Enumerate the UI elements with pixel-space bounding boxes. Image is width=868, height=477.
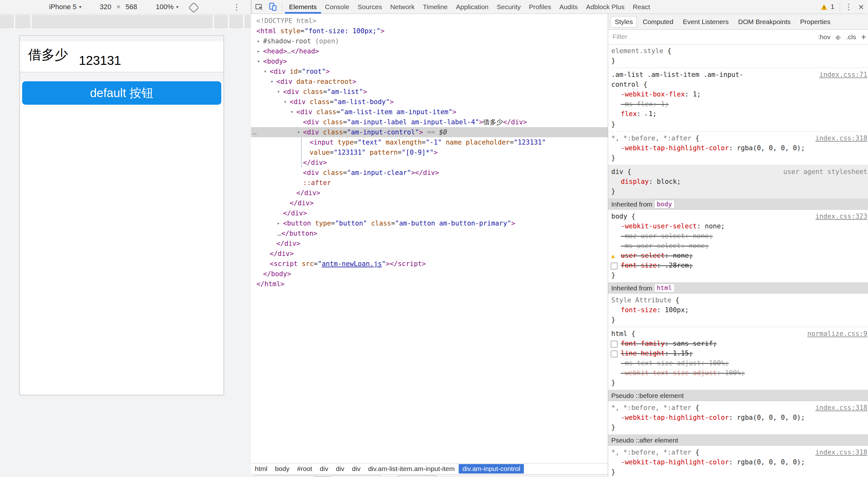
dom-tree-line[interactable]: ▸<head>…</head> — [251, 46, 608, 56]
expanded-arrow-icon[interactable]: ▾ — [284, 97, 287, 107]
media-query-segment[interactable] — [15, 15, 30, 29]
device-select[interactable]: iPhone 5 ▾ — [49, 0, 81, 14]
collapsed-arrow-icon[interactable]: ▸ — [257, 46, 260, 56]
media-query-segment[interactable] — [244, 15, 251, 29]
dom-tree-line[interactable]: </div> — [251, 188, 608, 198]
css-property[interactable]: -moz-user-select: none; — [608, 231, 868, 241]
dom-tree-line[interactable]: <input type="text" maxlength="-1" name p… — [251, 137, 608, 147]
breadcrumb-item[interactable]: div.am-list-item.am-input-item — [364, 464, 459, 474]
breadcrumb-item[interactable]: div — [316, 464, 332, 474]
dom-tree-line[interactable]: </body> — [251, 269, 608, 279]
default-submit-button[interactable]: default 按钮 — [22, 81, 221, 105]
expanded-arrow-icon[interactable]: ▾ — [270, 76, 274, 87]
expand-value-icon[interactable]: ▸ — [645, 112, 648, 117]
breadcrumb-item[interactable]: body — [271, 464, 293, 474]
tab-react[interactable]: React — [629, 0, 654, 13]
loan-amount-input[interactable] — [79, 54, 199, 68]
expanded-arrow-icon[interactable]: ▾ — [297, 127, 300, 137]
css-property[interactable]: -webkit-tap-highlight-color: rgba(0, 0, … — [608, 143, 868, 153]
tab-application[interactable]: Application — [452, 0, 493, 13]
dom-tree-line[interactable]: ▾<div class="am-list-item am-input-item"… — [251, 107, 608, 117]
stylesheet-link[interactable]: index.css:71 — [819, 70, 867, 80]
dom-tree-line[interactable]: ▾<div class="am-list-body"> — [251, 97, 608, 107]
toggle-device-toolbar-icon[interactable] — [268, 2, 278, 12]
close-devtools-icon[interactable]: × — [858, 2, 864, 12]
dom-tree-line[interactable]: ▾<div id="root"> — [251, 66, 608, 76]
css-property[interactable]: -ms-text-size-adjust: 100%; — [608, 359, 868, 368]
dom-tree-line[interactable]: ▾<body> — [251, 56, 608, 66]
property-checkbox[interactable] — [611, 341, 618, 348]
css-property[interactable]: display: block; — [608, 177, 868, 186]
device-menu-button[interactable]: ⋮ — [233, 0, 241, 14]
styles-filter-input[interactable] — [612, 33, 714, 41]
collapsed-arrow-icon[interactable]: ▸ — [257, 36, 260, 46]
warning-icon[interactable] — [820, 4, 828, 10]
property-checkbox[interactable] — [611, 263, 618, 270]
sidebar-tab-properties[interactable]: Properties — [797, 16, 834, 27]
dom-tree-line[interactable]: ::after — [251, 178, 608, 188]
dom-tree-line[interactable]: <html style="font-size: 100px;"> — [251, 26, 608, 36]
css-property[interactable]: flex: ▸1; — [608, 109, 868, 120]
media-query-segment[interactable] — [32, 15, 213, 29]
new-style-rule-button[interactable]: + — [861, 32, 866, 42]
sidebar-tab-dom-breakpoints[interactable]: DOM Breakpoints — [735, 16, 795, 27]
viewport-dimensions[interactable]: 320 × 568 — [100, 0, 137, 14]
tab-sources[interactable]: Sources — [353, 0, 386, 13]
dom-tree-line[interactable]: </div> — [251, 208, 608, 218]
dom-tree-line[interactable]: </html> — [251, 279, 608, 289]
breadcrumb-item[interactable]: div.am-input-control — [459, 464, 524, 474]
media-query-segment[interactable] — [0, 15, 14, 29]
zoom-select[interactable]: 100% ▾ — [156, 0, 179, 14]
tab-adblock-plus[interactable]: Adblock Plus — [582, 0, 628, 13]
tab-security[interactable]: Security — [493, 0, 525, 13]
dom-tree-line[interactable]: ▸#shadow-root (open) — [251, 36, 608, 46]
css-property[interactable]: -webkit-text-size-adjust: 100%; — [608, 368, 868, 378]
inspect-element-icon[interactable] — [254, 2, 265, 12]
css-property[interactable]: -ms-flex: 1; — [608, 99, 868, 109]
stylesheet-link[interactable]: index.css:318 — [815, 403, 867, 413]
toggle-class-button[interactable]: .cls — [846, 33, 856, 41]
toggle-hover-state-button[interactable]: :hov — [818, 33, 831, 41]
expanded-arrow-icon[interactable]: ▾ — [277, 87, 280, 97]
css-property[interactable]: -webkit-user-select: none; — [608, 222, 868, 231]
dom-tree-line[interactable]: value="123131" pattern="[0-9]*"> — [251, 147, 608, 158]
tab-audits[interactable]: Audits — [555, 0, 582, 13]
dom-tree-line[interactable]: <script src="antm-newLoan.js"></script> — [251, 259, 608, 269]
dom-tree-line[interactable]: <!DOCTYPE html> — [251, 16, 608, 26]
tab-network[interactable]: Network — [386, 0, 419, 13]
collapsed-arrow-icon[interactable]: ▸ — [277, 218, 280, 228]
css-property[interactable]: -webkit-box-flex: 1; — [608, 90, 868, 99]
node-chip[interactable]: html — [654, 284, 675, 292]
dom-tree-line[interactable]: …</button> — [251, 228, 608, 238]
tab-elements[interactable]: Elements — [285, 0, 321, 13]
breadcrumb-item[interactable]: div — [332, 464, 348, 474]
css-property[interactable]: ▲user-select: none; — [608, 251, 868, 261]
tab-console[interactable]: Console — [321, 0, 353, 13]
rotate-device-icon[interactable] — [188, 2, 199, 13]
css-property[interactable]: font-size: 100px; — [608, 305, 868, 315]
css-property[interactable]: font-family: sans-serif; — [608, 339, 868, 349]
devtools-menu-icon[interactable]: ⋮ — [844, 2, 852, 11]
dom-tree-line[interactable]: <div class="am-input-clear"></div> — [251, 168, 608, 178]
tab-timeline[interactable]: Timeline — [419, 0, 452, 13]
breadcrumb-item[interactable]: div — [348, 464, 364, 474]
dom-tree-line[interactable]: </div> — [251, 249, 608, 259]
dom-tree-line[interactable]: <div class="am-input-label am-input-labe… — [251, 117, 608, 127]
breadcrumb-item[interactable]: html — [251, 464, 271, 474]
stylesheet-link[interactable]: normalize.css:9 — [807, 329, 867, 339]
dom-tree-line[interactable]: </div> — [251, 158, 608, 168]
sidebar-tab-event-listeners[interactable]: Event Listeners — [679, 16, 733, 27]
media-query-segment[interactable] — [214, 15, 228, 29]
stylesheet-link[interactable]: user agent stylesheet — [783, 167, 867, 177]
dom-tree-line[interactable]: ▸<button type="button" class="am-button … — [251, 218, 608, 228]
stylesheet-link[interactable]: index.css:323 — [815, 212, 867, 222]
stylesheet-link[interactable]: index.css:318 — [815, 134, 867, 143]
node-chip[interactable]: body — [654, 200, 675, 208]
element-state-icon[interactable]: ◆◆ — [835, 33, 841, 41]
expanded-arrow-icon[interactable]: ▾ — [257, 56, 260, 66]
tab-profiles[interactable]: Profiles — [525, 0, 555, 13]
css-property[interactable]: -webkit-tap-highlight-color: rgba(0, 0, … — [608, 413, 868, 422]
property-checkbox[interactable] — [611, 350, 618, 357]
css-property[interactable]: font-size: .28rem; — [608, 261, 868, 270]
stylesheet-link[interactable]: index.css:318 — [815, 448, 867, 457]
